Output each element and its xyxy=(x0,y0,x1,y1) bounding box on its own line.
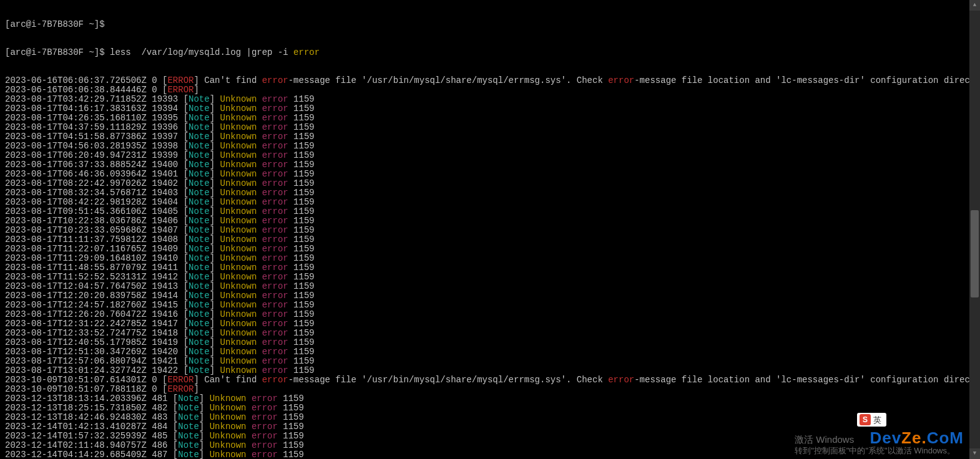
log-note-line: 2023-08-17T12:33:52.724775Z 19418 [Note]… xyxy=(5,329,975,338)
log-note-line: 2023-08-17T12:31:22.242785Z 19417 [Note]… xyxy=(5,319,975,329)
log-error-line: 2023-06-16T06:06:38.844446Z 0 [ERROR] xyxy=(5,85,975,95)
log-note-line: 2023-08-17T12:20:20.839758Z 19414 [Note]… xyxy=(5,291,975,301)
log-note-line: 2023-12-13T18:13:14.203396Z 481 [Note] U… xyxy=(5,394,975,403)
log-note-line: 2023-08-17T13:01:24.327742Z 19422 [Note]… xyxy=(5,366,975,375)
log-note-line: 2023-08-17T06:37:33.888524Z 19400 [Note]… xyxy=(5,160,975,170)
log-error-line: 2023-06-16T06:06:37.726506Z 0 [ERROR] Ca… xyxy=(5,76,975,85)
log-note-line: 2023-08-17T11:11:37.759812Z 19408 [Note]… xyxy=(5,235,975,244)
log-note-line: 2023-08-17T12:51:30.347269Z 19420 [Note]… xyxy=(5,347,975,357)
activation-subtitle: 转到"控制面板"中的"系统"以激活 Windows。 xyxy=(795,445,955,457)
log-note-line: 2023-08-17T12:24:57.182760Z 19415 [Note]… xyxy=(5,301,975,310)
log-note-line: 2023-08-17T04:16:17.383163Z 19394 [Note]… xyxy=(5,104,975,114)
log-note-line: 2023-08-17T11:48:55.877079Z 19411 [Note]… xyxy=(5,263,975,273)
ime-mode-label: 英 xyxy=(873,415,881,425)
log-note-line: 2023-08-17T10:22:38.036786Z 19406 [Note]… xyxy=(5,216,975,226)
log-note-line: 2023-12-14T01:42:13.410287Z 484 [Note] U… xyxy=(5,422,975,432)
log-note-line: 2023-08-17T12:04:57.764750Z 19413 [Note]… xyxy=(5,282,975,291)
prompt-line: [arc@i-7B7B830F ~]$ xyxy=(5,20,975,29)
log-note-line: 2023-12-13T18:42:46.924830Z 483 [Note] U… xyxy=(5,413,975,422)
log-note-line: 2023-08-17T04:56:03.281935Z 19398 [Note]… xyxy=(5,142,975,151)
log-note-line: 2023-08-17T09:51:45.366106Z 19405 [Note]… xyxy=(5,207,975,216)
ime-indicator[interactable]: S 英 xyxy=(857,413,886,427)
log-note-line: 2023-08-17T06:20:49.947231Z 19399 [Note]… xyxy=(5,151,975,160)
scrollbar-thumb[interactable] xyxy=(971,210,979,297)
terminal-output[interactable]: [arc@i-7B7B830F ~]$ [arc@i-7B7B830F ~]$ … xyxy=(0,0,980,459)
scroll-up-button[interactable]: ▲ xyxy=(969,0,980,11)
log-note-line: 2023-08-17T06:46:36.093964Z 19401 [Note]… xyxy=(5,170,975,179)
log-note-line: 2023-08-17T08:22:42.997026Z 19402 [Note]… xyxy=(5,179,975,188)
log-note-line: 2023-08-17T10:23:33.059686Z 19407 [Note]… xyxy=(5,226,975,235)
scroll-down-button[interactable]: ▼ xyxy=(969,448,980,459)
sogou-logo-icon: S xyxy=(860,414,871,425)
prompt: [arc@i-7B7B830F ~]$ xyxy=(5,19,105,29)
scrollbar-track[interactable] xyxy=(969,11,980,448)
log-note-line: 2023-08-17T11:52:52.523131Z 19412 [Note]… xyxy=(5,273,975,282)
log-note-line: 2023-08-17T08:42:22.981928Z 19404 [Note]… xyxy=(5,198,975,207)
scrollbar[interactable]: ▲ ▼ xyxy=(969,0,980,459)
grep-keyword: error xyxy=(293,47,320,57)
log-note-line: 2023-08-17T08:32:34.576871Z 19403 [Note]… xyxy=(5,188,975,198)
log-note-line: 2023-08-17T03:42:29.711852Z 19393 [Note]… xyxy=(5,95,975,104)
log-error-line: 2023-10-09T10:51:07.614301Z 0 [ERROR] Ca… xyxy=(5,375,975,385)
log-note-line: 2023-08-17T12:57:06.880794Z 19421 [Note]… xyxy=(5,357,975,366)
log-note-line: 2023-08-17T12:26:20.760472Z 19416 [Note]… xyxy=(5,310,975,319)
log-note-line: 2023-12-13T18:25:15.731850Z 482 [Note] U… xyxy=(5,403,975,413)
activation-title: 激活 Windows xyxy=(795,434,955,445)
log-note-line: 2023-08-17T12:40:55.177985Z 19419 [Note]… xyxy=(5,338,975,347)
windows-activation-overlay: 激活 Windows 转到"控制面板"中的"系统"以激活 Windows。 xyxy=(795,434,955,457)
log-note-line: 2023-08-17T04:26:35.168110Z 19395 [Note]… xyxy=(5,114,975,123)
log-error-line: 2023-10-09T10:51:07.788118Z 0 [ERROR] xyxy=(5,385,975,394)
log-note-line: 2023-08-17T11:22:07.116765Z 19409 [Note]… xyxy=(5,244,975,254)
command-line: [arc@i-7B7B830F ~]$ less /var/log/mysqld… xyxy=(5,48,975,57)
log-note-line: 2023-08-17T11:29:09.164810Z 19410 [Note]… xyxy=(5,254,975,263)
log-note-line: 2023-08-17T04:51:58.877386Z 19397 [Note]… xyxy=(5,132,975,142)
log-note-line: 2023-08-17T04:37:59.111829Z 19396 [Note]… xyxy=(5,123,975,132)
